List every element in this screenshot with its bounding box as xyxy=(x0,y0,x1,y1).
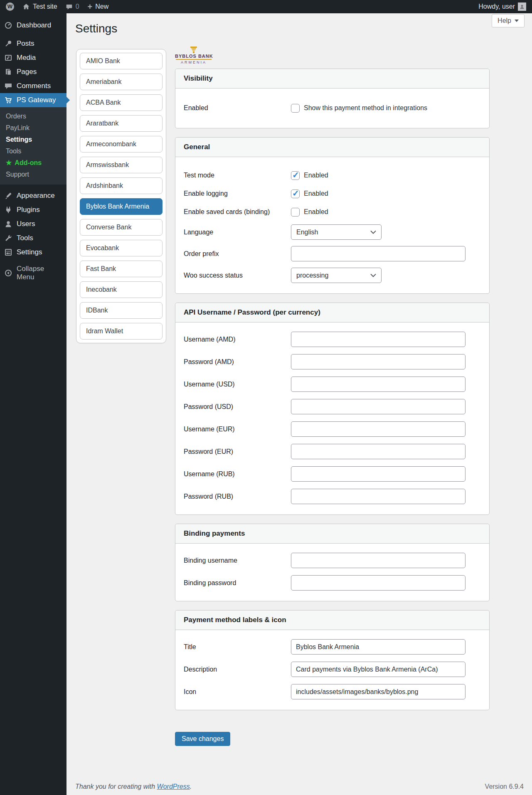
password-rub-input[interactable] xyxy=(291,489,466,504)
section-title: API Username / Password (per currency) xyxy=(175,303,489,322)
submenu-item-paylink[interactable]: PayLink xyxy=(0,122,66,134)
password-amd-input[interactable] xyxy=(291,354,466,369)
field-label-icon: Icon xyxy=(184,688,291,696)
submenu-item-orders[interactable]: Orders xyxy=(0,111,66,122)
sidebar-item-label: Posts xyxy=(17,39,34,48)
sidebar-item-plugins[interactable]: Plugins xyxy=(0,203,66,217)
username-eur-input[interactable] xyxy=(291,421,466,437)
visibility-enabled-checkbox[interactable] xyxy=(291,104,300,113)
wordpress-link[interactable]: WordPress xyxy=(157,783,190,790)
field-label-password-eur: Password (EUR) xyxy=(184,448,291,455)
field-label-username-eur: Username (EUR) xyxy=(184,426,291,433)
logging-checkbox[interactable] xyxy=(291,190,300,198)
submenu-item-addons[interactable]: ★ Add-ons xyxy=(0,157,66,169)
saved-cards-checkbox-label[interactable]: Enabled xyxy=(304,208,328,216)
save-changes-button[interactable]: Save changes xyxy=(175,732,230,746)
section-general: General Test mode Enabled Enable logging… xyxy=(175,137,490,294)
sidebar-collapse-menu[interactable]: Collapse Menu xyxy=(0,266,66,280)
sidebar-item-comments[interactable]: Comments xyxy=(0,79,66,93)
submenu-item-settings[interactable]: Settings xyxy=(0,134,66,145)
sidebar-item-dashboard[interactable]: Dashboard xyxy=(0,18,66,32)
username-rub-input[interactable] xyxy=(291,466,466,482)
bank-item-acba[interactable]: ACBA Bank xyxy=(80,94,163,111)
bank-item-ardshinbank[interactable]: Ardshinbank xyxy=(80,177,163,194)
footer-thanks-text: Thank you for creating with WordPress. xyxy=(75,783,192,790)
field-label-test-mode: Test mode xyxy=(184,172,291,179)
new-content-button[interactable]: + New xyxy=(88,3,109,10)
byblos-capital-icon xyxy=(189,47,198,53)
wordpress-menu[interactable]: W xyxy=(6,2,14,11)
bank-item-inecobank[interactable]: Inecobank xyxy=(80,281,163,298)
saved-cards-checkbox[interactable] xyxy=(291,208,300,217)
collapse-arrow-icon xyxy=(4,269,12,277)
logging-checkbox-label[interactable]: Enabled xyxy=(304,190,328,197)
field-label-username-rub: Username (RUB) xyxy=(184,470,291,478)
binding-username-input[interactable] xyxy=(291,553,466,568)
bank-item-byblos-selected[interactable]: Byblos Bank Armenia xyxy=(80,198,163,215)
order-prefix-input[interactable] xyxy=(291,246,466,261)
field-label-language: Language xyxy=(184,229,291,236)
woo-success-status-select[interactable]: processing xyxy=(291,268,382,283)
main-content: Settings Help AMIO Bank Ameriabank ACBA … xyxy=(66,13,532,795)
sidebar-item-label: Users xyxy=(17,220,35,228)
bank-item-ameriabank[interactable]: Ameriabank xyxy=(80,74,163,90)
bank-item-araratbank[interactable]: Araratbank xyxy=(80,115,163,132)
account-menu[interactable]: Howdy, user xyxy=(478,2,526,11)
logo-text: BYBLOS BANK xyxy=(175,54,212,59)
method-icon-path-input[interactable] xyxy=(291,684,466,699)
section-title: Visibility xyxy=(175,69,489,89)
sidebar-item-posts[interactable]: Posts xyxy=(0,37,66,51)
method-title-input[interactable] xyxy=(291,639,466,655)
bank-item-idbank[interactable]: IDBank xyxy=(80,302,163,319)
language-select[interactable]: English xyxy=(291,224,382,240)
visibility-checkbox-label[interactable]: Show this payment method in integrations xyxy=(304,104,427,112)
plug-icon xyxy=(4,206,12,214)
bank-item-armeconombank[interactable]: Armeconombank xyxy=(80,136,163,153)
bank-item-armswissbank[interactable]: Armswissbank xyxy=(80,157,163,173)
sidebar-item-label: Dashboard xyxy=(17,21,51,30)
sidebar-item-users[interactable]: Users xyxy=(0,217,66,231)
byblos-bank-logo: BYBLOS BANK ARMENIA xyxy=(175,47,212,64)
section-title: General xyxy=(175,138,489,157)
field-label-description: Description xyxy=(184,666,291,673)
username-amd-input[interactable] xyxy=(291,332,466,347)
field-label-order-prefix: Order prefix xyxy=(184,250,291,258)
field-label-saved-cards: Enable saved cards (binding) xyxy=(184,208,291,216)
star-icon: ★ xyxy=(6,160,12,166)
test-mode-checkbox[interactable] xyxy=(291,171,300,180)
sidebar-item-settings[interactable]: Settings xyxy=(0,245,66,259)
comments-shortcut[interactable]: 0 xyxy=(66,3,79,10)
media-icon xyxy=(4,54,12,62)
sidebar-item-ps-gateway[interactable]: PS Gateway xyxy=(0,93,66,107)
field-label-title: Title xyxy=(184,643,291,651)
section-title: Binding payments xyxy=(175,524,489,544)
submenu-item-support[interactable]: Support xyxy=(0,169,66,180)
cart-icon xyxy=(4,96,12,104)
bank-item-fast-bank[interactable]: Fast Bank xyxy=(80,261,163,277)
ps-gateway-submenu: Orders PayLink Settings Tools ★ Add-ons … xyxy=(0,107,66,185)
site-name: Test site xyxy=(33,3,57,10)
password-usd-input[interactable] xyxy=(291,399,466,414)
sidebar-item-appearance[interactable]: Appearance xyxy=(0,189,66,203)
submenu-item-tools[interactable]: Tools xyxy=(0,145,66,157)
comments-count: 0 xyxy=(76,3,79,10)
site-name-link[interactable]: Test site xyxy=(22,3,57,10)
help-button[interactable]: Help xyxy=(492,14,525,27)
binding-password-input[interactable] xyxy=(291,575,466,591)
test-mode-checkbox-label[interactable]: Enabled xyxy=(304,172,328,179)
sidebar-item-media[interactable]: Media xyxy=(0,51,66,65)
comments-icon xyxy=(4,82,12,90)
sidebar-item-pages[interactable]: Pages xyxy=(0,65,66,79)
field-label-username-usd: Username (USD) xyxy=(184,381,291,388)
sidebar-item-label: Appearance xyxy=(17,192,55,200)
bank-item-converse[interactable]: Converse Bank xyxy=(80,219,163,236)
bank-item-evocabank[interactable]: Evocabank xyxy=(80,240,163,256)
username-usd-input[interactable] xyxy=(291,377,466,392)
sidebar-item-tools[interactable]: Tools xyxy=(0,231,66,245)
bank-item-idram-wallet[interactable]: Idram Wallet xyxy=(80,323,163,340)
chevron-down-icon xyxy=(370,273,376,277)
bank-item-amio[interactable]: AMIO Bank xyxy=(80,53,163,69)
method-description-input[interactable] xyxy=(291,662,466,677)
password-eur-input[interactable] xyxy=(291,444,466,459)
dashboard-icon xyxy=(4,21,12,30)
